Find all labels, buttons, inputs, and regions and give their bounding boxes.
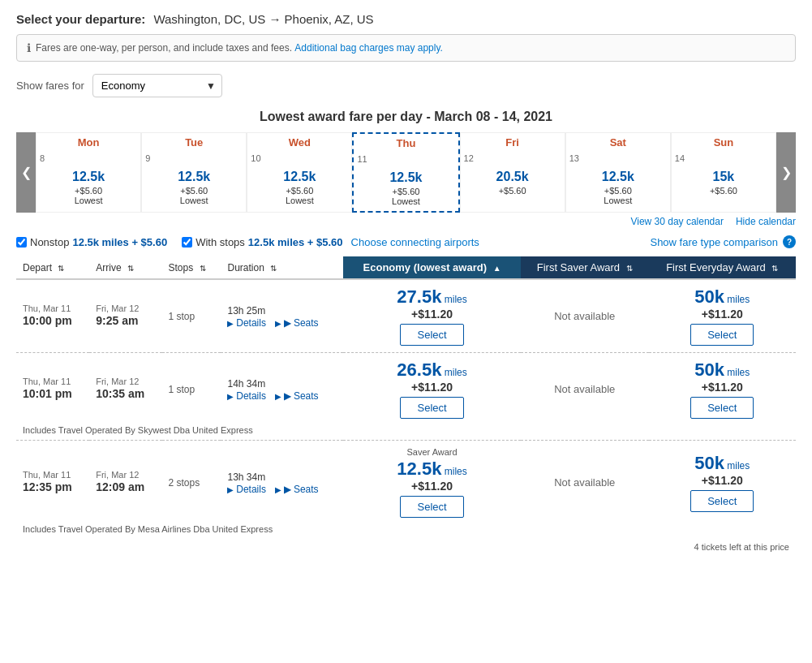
calendar-day-10[interactable]: Wed 10 12.5k +$5.60 Lowest	[247, 132, 352, 213]
cal-date-num: 13	[566, 152, 670, 165]
seats-link[interactable]: ▶ Seats	[275, 317, 319, 329]
everyday-fee: +$11.20	[652, 381, 793, 394]
cal-date-num: 10	[247, 152, 351, 165]
show-fare-comparison-link[interactable]: Show fare type comparison	[650, 236, 778, 248]
economy-select-button[interactable]: Select	[400, 496, 463, 518]
calendar-day-14[interactable]: Sun 14 15k +$5.60	[671, 132, 776, 213]
col-economy[interactable]: Economy (lowest award) ▲	[343, 256, 521, 279]
cal-fee: +$5.60	[249, 186, 350, 196]
nonstop-label: Nonstop	[30, 236, 69, 248]
economy-miles: 26.5k	[397, 359, 441, 380]
depart-sort-icon: ⇅	[58, 264, 64, 273]
everyday-select-button[interactable]: Select	[690, 490, 754, 512]
arrive-sort-icon: ⇅	[127, 264, 134, 273]
with-stops-checkbox[interactable]	[182, 237, 192, 248]
calendar-prev-button[interactable]: ❮	[16, 132, 36, 213]
duration-text: 13h 34m	[227, 471, 265, 483]
calendar-day-12[interactable]: Fri 12 20.5k +$5.60	[460, 132, 565, 213]
arrive-time: 10:35 am	[96, 386, 155, 401]
everyday-sort-icon: ⇅	[771, 264, 778, 273]
fare-selector: Show fares for Economy Business First ▼	[16, 74, 796, 97]
economy-fee: +$11.20	[346, 480, 518, 493]
arrive-time: 12:09 am	[96, 480, 155, 494]
duration-cell: 14h 34m Details ▶ Seats	[221, 353, 343, 426]
arrive-cell: Fri, Mar 12 12:09 am	[89, 441, 161, 525]
everyday-miles-unit: miles	[724, 294, 750, 305]
cal-date-num: 14	[672, 152, 775, 165]
cal-date-num: 11	[354, 153, 458, 166]
duration-cell: 13h 25m Details ▶ Seats	[221, 279, 343, 353]
stops-cell: 1 stop	[162, 279, 221, 353]
saver-sort-icon: ⇅	[626, 264, 633, 273]
filter-bar: Nonstop 12.5k miles + $5.60 With stops 1…	[16, 235, 796, 248]
col-everyday[interactable]: First Everyday Award ⇅	[649, 256, 796, 279]
route-text: Washington, DC, US → Phoenix, AZ, US	[153, 12, 373, 26]
everyday-fee: +$11.20	[652, 308, 793, 321]
view-30-day-link[interactable]: View 30 day calendar	[630, 216, 724, 227]
saver-fare-cell: Not available	[521, 353, 649, 426]
cal-dow: Sat	[566, 133, 670, 152]
table-row: Thu, Mar 11 10:00 pm Fri, Mar 12 9:25 am…	[16, 279, 796, 353]
duration-text: 13h 25m	[227, 305, 265, 316]
col-depart[interactable]: Depart ⇅	[16, 256, 89, 279]
cal-fee: +$5.60	[144, 186, 244, 196]
seats-link[interactable]: ▶ Seats	[275, 484, 319, 495]
economy-select-button[interactable]: Select	[400, 397, 463, 419]
details-link[interactable]: Details	[227, 317, 265, 329]
miles-unit: miles	[441, 294, 466, 305]
cal-price: 20.5k	[462, 168, 563, 186]
choose-airports-link[interactable]: Choose connecting airports	[351, 236, 479, 248]
cal-date-num: 12	[461, 152, 565, 165]
depart-cell: Thu, Mar 11 10:00 pm	[16, 279, 89, 353]
cal-price: 12.5k	[144, 168, 244, 186]
nonstop-checkbox[interactable]	[16, 237, 27, 248]
cal-price: 15k	[673, 168, 774, 186]
bag-charges-link[interactable]: Additional bag charges may apply.	[294, 42, 443, 54]
cal-fee: +$5.60	[568, 186, 668, 196]
duration-text: 14h 34m	[227, 378, 265, 390]
hide-calendar-link[interactable]: Hide calendar	[736, 216, 796, 227]
everyday-select-button[interactable]: Select	[690, 324, 754, 346]
miles-unit: miles	[441, 466, 466, 477]
saver-fare-cell: Not available	[521, 441, 649, 525]
everyday-miles: 50k	[694, 453, 724, 473]
col-saver[interactable]: First Saver Award ⇅	[521, 256, 649, 279]
calendar-day-9[interactable]: Tue 9 12.5k +$5.60 Lowest	[141, 132, 247, 213]
everyday-miles-unit: miles	[724, 367, 750, 378]
economy-sort-icon: ▲	[493, 264, 501, 273]
with-stops-label: With stops	[195, 236, 245, 248]
economy-select-button[interactable]: Select	[400, 324, 463, 346]
fare-type-select[interactable]: Economy Business First	[92, 74, 222, 97]
depart-date: Thu, Mar 11	[23, 304, 83, 313]
sub-info-text: Includes Travel Operated By Mesa Airline…	[16, 524, 796, 539]
info-text: Fares are one-way, per person, and inclu…	[36, 42, 292, 54]
cal-lowest: Lowest	[144, 196, 244, 205]
arrive-time: 9:25 am	[96, 313, 155, 328]
page-title: Select your departure: Washington, DC, U…	[16, 12, 374, 26]
cal-dow: Mon	[37, 133, 140, 152]
depart-date: Thu, Mar 11	[23, 377, 83, 386]
seats-link[interactable]: ▶ Seats	[275, 390, 319, 402]
calendar-next-button[interactable]: ❯	[776, 132, 796, 213]
stops-text: 2 stops	[169, 477, 200, 489]
col-duration[interactable]: Duration ⇅	[221, 256, 343, 279]
calendar-day-13[interactable]: Sat 13 12.5k +$5.60 Lowest	[565, 132, 671, 213]
everyday-select-button[interactable]: Select	[690, 397, 754, 419]
nonstop-fare: 12.5k miles + $5.60	[72, 236, 167, 248]
col-arrive[interactable]: Arrive ⇅	[89, 256, 161, 279]
calendar-day-8[interactable]: Mon 8 12.5k +$5.60 Lowest	[36, 132, 141, 213]
details-link[interactable]: Details	[227, 390, 265, 402]
economy-fare-cell: 26.5k miles +$11.20 Select	[343, 353, 521, 426]
col-stops[interactable]: Stops ⇅	[162, 256, 221, 279]
cal-fee: +$5.60	[38, 186, 139, 196]
calendar-day-11[interactable]: Thu 11 12.5k +$5.60 Lowest	[352, 132, 459, 213]
cal-dow: Thu	[354, 134, 458, 153]
table-row: Thu, Mar 11 12:35 pm Fri, Mar 12 12:09 a…	[16, 441, 796, 525]
table-header-row: Depart ⇅ Arrive ⇅ Stops ⇅ Duration ⇅ Eco…	[16, 256, 796, 279]
everyday-miles: 50k	[694, 359, 724, 380]
details-link[interactable]: Details	[227, 484, 265, 495]
depart-cell: Thu, Mar 11 12:35 pm	[16, 441, 89, 525]
help-icon[interactable]: ?	[783, 235, 796, 248]
not-available-text: Not available	[524, 310, 646, 322]
cal-fee: +$5.60	[462, 186, 563, 196]
